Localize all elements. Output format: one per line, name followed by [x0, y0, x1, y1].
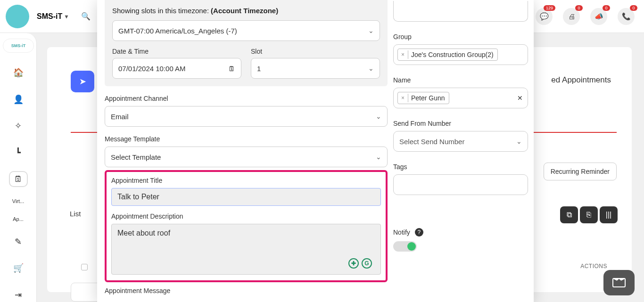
timezone-box: Showing slots in this timezone: (Account…: [105, 0, 388, 86]
group-chip-remove[interactable]: ×: [400, 50, 408, 59]
notify-label: Notify: [393, 229, 410, 236]
template-select[interactable]: Select Template ⌄: [105, 147, 388, 167]
modal-overlay: Showing slots in this timezone: (Account…: [0, 0, 644, 302]
send-from-label: Send From Number: [393, 120, 528, 127]
modal-main-column: Showing slots in this timezone: (Account…: [105, 0, 388, 294]
chevron-down-icon: ⌄: [516, 138, 522, 145]
send-from-select[interactable]: Select Send Number ⌄: [393, 131, 528, 152]
template-value: Select Template: [111, 153, 161, 161]
name-chip: × Peter Gunn: [397, 92, 449, 104]
tags-label: Tags: [393, 163, 528, 171]
tags-input[interactable]: [393, 174, 528, 195]
slot-label: Slot: [251, 48, 380, 55]
appt-title-label: Appointment Title: [111, 177, 381, 184]
date-time-input[interactable]: 07/01/2024 10:00 AM 🗓: [112, 58, 241, 79]
name-label: Name: [393, 76, 528, 84]
slot-select[interactable]: 1 ⌄: [251, 58, 380, 79]
envelope-icon: [612, 278, 626, 287]
name-chip-label: Peter Gunn: [411, 94, 445, 102]
notify-toggle[interactable]: [393, 241, 417, 252]
send-from-value: Select Send Number: [399, 138, 464, 146]
tz-bold: (Account Timezone): [211, 7, 278, 15]
grammarly-icon[interactable]: G: [362, 258, 372, 269]
toggle-knob: [407, 242, 416, 251]
group-label: Group: [393, 33, 528, 41]
appt-desc-label: Appointment Description: [111, 212, 381, 220]
grammar-plus-icon[interactable]: ✚: [348, 258, 359, 269]
group-chip-label: Joe's Construction Group(2): [411, 51, 494, 58]
appt-title-input[interactable]: [111, 188, 381, 206]
slot-value: 1: [257, 65, 261, 73]
chevron-down-icon: ⌄: [376, 153, 381, 161]
prev-field-cutoff: [393, 1, 528, 22]
chevron-down-icon: ⌄: [368, 65, 374, 72]
chevron-down-icon: ⌄: [376, 113, 381, 120]
group-input[interactable]: × Joe's Construction Group(2): [393, 44, 528, 65]
help-icon[interactable]: ?: [415, 228, 423, 237]
name-input[interactable]: × Peter Gunn ✕: [393, 88, 528, 108]
channel-label: Appointment Channel: [105, 95, 388, 102]
modal-right-column: Group × Joe's Construction Group(2) Name…: [393, 0, 528, 252]
date-time-label: Date & Time: [112, 48, 241, 55]
template-label: Message Template: [105, 135, 388, 143]
name-chip-remove[interactable]: ×: [400, 94, 408, 102]
channel-value: Email: [111, 113, 129, 121]
calendar-picker-icon[interactable]: 🗓: [228, 65, 235, 73]
appt-desc-value: Meet about roof: [117, 229, 170, 237]
title-desc-highlight: Appointment Title Appointment Descriptio…: [105, 170, 388, 282]
name-clear-icon[interactable]: ✕: [517, 94, 523, 102]
date-time-value: 07/01/2024 10:00 AM: [118, 65, 186, 73]
grammar-icons: ✚ G: [348, 258, 372, 269]
group-chip: × Joe's Construction Group(2): [397, 49, 498, 61]
appointment-modal: Showing slots in this timezone: (Account…: [97, 0, 534, 302]
chevron-down-icon: ⌄: [368, 27, 374, 34]
appt-message-label: Appointment Message: [105, 287, 388, 294]
tz-prefix: Showing slots in this timezone:: [112, 7, 209, 15]
support-chat-button[interactable]: [603, 270, 635, 295]
appt-desc-textarea[interactable]: Meet about roof ✚ G: [111, 224, 381, 275]
channel-select[interactable]: Email ⌄: [105, 106, 388, 127]
timezone-select[interactable]: GMT-07:00 America/Los_Angeles (-7) ⌄: [112, 20, 380, 41]
timezone-value: GMT-07:00 America/Los_Angeles (-7): [118, 27, 237, 35]
